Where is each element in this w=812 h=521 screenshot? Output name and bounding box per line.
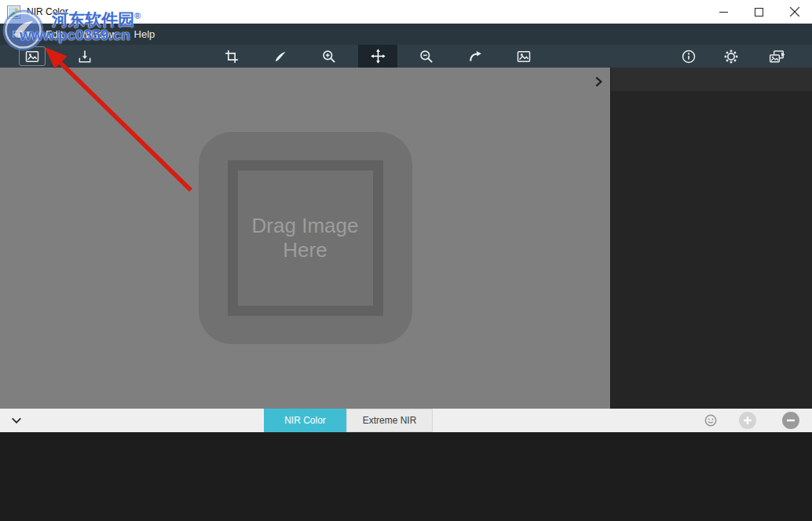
plus-icon (743, 416, 752, 425)
image-dropzone[interactable]: Drag Image Here (199, 132, 412, 344)
close-button[interactable] (777, 0, 812, 24)
close-icon (790, 7, 799, 17)
toolbar (0, 45, 812, 68)
crop-button[interactable] (218, 45, 245, 68)
face-button[interactable] (703, 413, 719, 428)
gear-icon (723, 49, 739, 64)
move-button[interactable] (358, 45, 397, 68)
menu-item-file[interactable]: File (3, 24, 37, 45)
menu-item-window[interactable]: Window (71, 24, 125, 45)
minus-icon (786, 416, 796, 425)
picture-icon (516, 49, 532, 64)
dropzone-text: Drag Image Here (247, 214, 364, 262)
chevron-down-icon (10, 415, 23, 426)
zoom-out-icon (419, 49, 434, 64)
move-icon (370, 48, 386, 64)
info-button[interactable] (675, 45, 702, 68)
increase-button[interactable] (739, 412, 756, 429)
export-button[interactable] (763, 45, 790, 68)
settings-button[interactable] (718, 45, 744, 68)
collapse-right-panel-button[interactable] (590, 73, 607, 90)
open-image-button[interactable] (19, 46, 46, 66)
window-controls (706, 0, 812, 24)
export-icon (768, 49, 785, 64)
import-icon (77, 49, 93, 64)
minimize-button[interactable] (706, 0, 741, 24)
crop-icon (224, 49, 240, 64)
right-panel (610, 68, 812, 409)
zoom-in-button[interactable] (316, 45, 342, 68)
maximize-button[interactable] (741, 0, 777, 24)
window-title: NIR Color (27, 6, 68, 17)
picture-icon (24, 49, 40, 64)
dropzone-frame: Drag Image Here (228, 160, 383, 316)
import-button[interactable] (71, 45, 98, 68)
redo-icon (467, 49, 483, 64)
zoom-in-icon (321, 49, 337, 64)
chevron-right-icon (592, 75, 605, 88)
canvas: Drag Image Here (0, 68, 610, 409)
tab-nir-color[interactable]: NIR Color (264, 409, 346, 432)
bottom-panel (0, 432, 812, 521)
decrease-button[interactable] (782, 412, 799, 429)
redo-button[interactable] (462, 45, 488, 68)
zoom-out-button[interactable] (413, 45, 440, 68)
brush-icon (272, 49, 288, 64)
maximize-icon (755, 8, 763, 17)
info-icon (681, 49, 697, 64)
right-panel-header (611, 68, 812, 91)
menu-item-edit[interactable]: Edit (37, 24, 71, 45)
tab-extreme-nir[interactable]: Extreme NIR (346, 409, 433, 432)
app-icon (7, 6, 20, 19)
brush-button[interactable] (267, 45, 294, 68)
menu-bar: File Edit Window Help (0, 24, 812, 45)
menu-item-help[interactable]: Help (126, 24, 164, 45)
minimize-icon (719, 8, 728, 17)
title-bar: NIR Color (0, 0, 812, 24)
collapse-bottom-panel-button[interactable] (8, 413, 25, 427)
face-icon (703, 413, 719, 428)
adjust-image-button[interactable] (510, 45, 537, 68)
